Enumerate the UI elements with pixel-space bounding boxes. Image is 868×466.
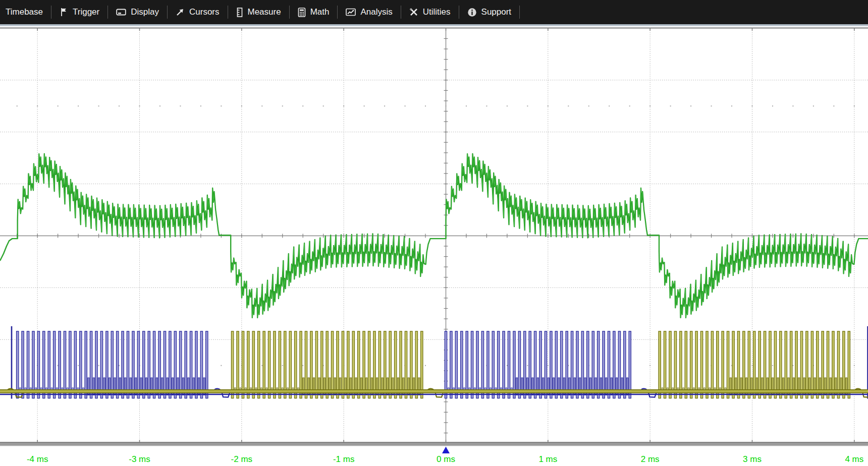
menu-item-label: Timebase [6,7,43,17]
menu-item-utilities[interactable]: Utilities [401,0,459,24]
flag-icon [60,8,68,17]
menu-item-support[interactable]: Support [459,0,520,24]
menu-item-analysis[interactable]: Analysis [338,0,400,24]
time-axis-label: -4 ms [27,454,48,464]
menu-item-display[interactable]: Display [108,0,167,24]
time-axis-label: 3 ms [743,454,762,464]
time-axis-label: -1 ms [333,454,355,464]
menu-item-label: Utilities [423,7,451,17]
cursor-arrow-icon [176,8,185,17]
menu-item-measure[interactable]: Measure [228,0,289,24]
trend-chart-icon [346,8,356,17]
tools-icon [409,8,418,17]
info-icon [467,8,477,17]
time-axis-label: -3 ms [129,454,150,464]
calculator-icon [298,8,306,17]
ruler-icon [236,8,243,17]
menu-item-label: Math [310,7,330,17]
menu-separator [519,6,520,19]
time-axis-label: 4 ms [845,454,863,464]
menu-item-cursors[interactable]: Cursors [168,0,228,24]
menu-item-label: Measure [248,7,281,17]
waveform-display: -4 ms-3 ms-2 ms-1 ms0 ms1 ms2 ms3 ms4 ms [0,0,868,466]
time-axis-label: -2 ms [231,454,253,464]
menu-bar: Timebase Trigger Display Cursors [0,0,868,24]
time-axis-label: 1 ms [538,454,557,464]
display-icon [116,8,126,17]
menu-item-label: Support [481,7,512,17]
oscilloscope-app: Timebase Trigger Display Cursors [0,0,868,466]
bottom-axis [0,442,868,446]
time-axis-label: 0 ms [437,454,455,464]
menu-item-math[interactable]: Math [290,0,338,24]
menu-item-trigger[interactable]: Trigger [51,0,107,24]
menu-item-label: Analysis [360,7,392,17]
time-axis-label: 2 ms [641,454,660,464]
menu-item-label: Trigger [73,7,99,17]
menu-item-timebase[interactable]: Timebase [0,0,51,24]
menu-item-label: Cursors [189,7,220,17]
menubar-accent-line [0,24,868,26]
menu-item-label: Display [131,7,159,17]
